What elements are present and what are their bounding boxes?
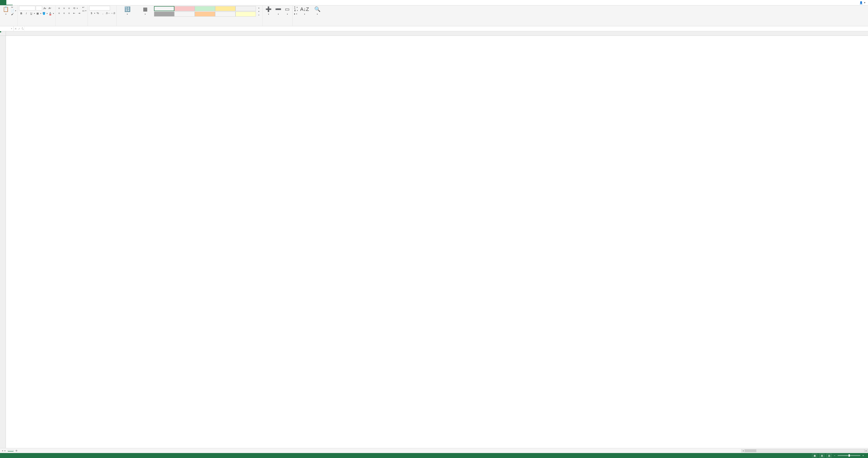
group-label-styles xyxy=(118,25,261,26)
enter-icon[interactable]: ✓ xyxy=(18,27,20,30)
increase-font-icon[interactable]: A▴ xyxy=(42,6,47,10)
group-styles: 🔢 ▾ ▦ ▾ ▴ ▾ ≡ xyxy=(117,5,263,26)
sheet-nav[interactable]: ◂▸ xyxy=(0,449,8,452)
style-input[interactable] xyxy=(195,11,215,17)
style-normal[interactable] xyxy=(154,6,174,11)
arrow-right-icon[interactable]: ▸ xyxy=(4,449,6,452)
tab-insert[interactable] xyxy=(13,0,19,5)
format-painter-button[interactable]: 🖌 xyxy=(11,13,16,16)
chevron-down-icon: ▾ xyxy=(11,28,12,30)
chevron-down-icon: ▾ xyxy=(85,10,86,12)
scroll-right-icon[interactable]: ▸ xyxy=(864,449,868,452)
align-bottom-icon[interactable]: ≡ xyxy=(67,6,71,10)
style-neutral[interactable] xyxy=(215,6,236,11)
font-name[interactable] xyxy=(19,6,35,10)
sign-in[interactable]: 👤 ▼ xyxy=(856,0,868,5)
styles-more-icon[interactable]: ≡ xyxy=(256,13,261,17)
fill-button[interactable]: ⬇ ▾ xyxy=(294,9,298,12)
fx-icon[interactable]: fx xyxy=(22,27,24,30)
align-center-icon[interactable]: ≡ xyxy=(62,11,66,16)
style-note[interactable] xyxy=(236,11,256,17)
orientation-icon[interactable]: ⟲ xyxy=(72,6,76,10)
scroll-thumb[interactable] xyxy=(745,449,756,452)
insert-icon: ➕ xyxy=(266,6,272,12)
paste-button[interactable]: 📋 ▾ xyxy=(1,6,10,16)
cut-button[interactable]: ✂ xyxy=(11,6,16,9)
tab-data[interactable] xyxy=(32,0,38,5)
align-middle-icon[interactable]: ≡ xyxy=(62,6,66,10)
tab-view[interactable] xyxy=(44,0,51,5)
paste-icon: 📋 xyxy=(3,6,9,12)
name-box[interactable]: ▾ xyxy=(0,26,13,31)
style-check-cell[interactable] xyxy=(154,11,174,17)
format-as-table-button[interactable]: ▦ ▾ xyxy=(137,6,153,16)
horizontal-scrollbar[interactable]: ◂ ▸ xyxy=(741,449,868,453)
cells-area[interactable] xyxy=(6,36,868,448)
insert-cells-button[interactable]: ➕▾ xyxy=(264,6,273,16)
formula-input[interactable] xyxy=(25,26,868,31)
style-good[interactable] xyxy=(195,6,215,11)
autosum-button[interactable]: ∑ ▾ xyxy=(294,6,298,9)
font-size[interactable] xyxy=(36,6,42,10)
align-left-icon[interactable]: ≡ xyxy=(57,11,61,16)
italic-button[interactable]: I xyxy=(24,11,29,16)
format-cells-button[interactable]: ▭▾ xyxy=(283,6,291,16)
styles-up-icon[interactable]: ▴ xyxy=(256,6,261,9)
group-cells: ➕▾ ➖▾ ▭▾ xyxy=(263,5,292,26)
style-explanatory[interactable] xyxy=(174,11,195,17)
decrease-indent-icon[interactable]: ⇤ xyxy=(72,11,76,16)
comma-icon[interactable]: , xyxy=(100,11,105,16)
sort-filter-button[interactable]: A↓Z▾ xyxy=(299,6,310,16)
group-label-clipboard xyxy=(1,25,16,26)
normal-view-icon[interactable]: ▦ xyxy=(812,454,817,457)
fill-color-button[interactable]: 🪣 xyxy=(42,11,46,16)
sheet-tab[interactable] xyxy=(8,450,13,452)
select-all-button[interactable] xyxy=(0,31,6,36)
page-break-view-icon[interactable]: ▥ xyxy=(827,454,832,457)
percent-icon[interactable]: % xyxy=(96,11,100,16)
page-layout-view-icon[interactable]: ▤ xyxy=(819,454,824,457)
conditional-formatting-button[interactable]: 🔢 ▾ xyxy=(118,6,136,16)
align-right-icon[interactable]: ≡ xyxy=(67,11,71,16)
chevron-down-icon: ▾ xyxy=(15,10,16,12)
bold-button[interactable]: B xyxy=(19,11,24,16)
new-sheet-button[interactable]: ⊕ xyxy=(13,449,19,452)
zoom-in-button[interactable]: + xyxy=(863,454,864,457)
number-format[interactable] xyxy=(89,6,110,10)
zoom-slider[interactable] xyxy=(838,455,860,456)
decrease-decimal-icon[interactable]: →.0 xyxy=(111,11,115,16)
currency-icon[interactable]: $ xyxy=(89,11,94,16)
style-calculation[interactable] xyxy=(236,6,256,11)
decrease-font-icon[interactable]: A▾ xyxy=(48,6,52,10)
tab-formulas[interactable] xyxy=(25,0,32,5)
scroll-left-icon[interactable]: ◂ xyxy=(741,449,745,452)
chevron-down-icon: ▾ xyxy=(34,12,35,15)
clear-button[interactable]: ♦ ▾ xyxy=(294,12,298,15)
group-alignment: ≡ ≡ ≡ ⟲▾ ≡ ≡ ≡ ⇤ ⇥ ↩ ▭ ▾ xyxy=(56,5,88,26)
merge-button[interactable]: ▭ ▾ xyxy=(82,9,86,12)
styles-down-icon[interactable]: ▾ xyxy=(256,9,261,13)
style-linked-cell[interactable] xyxy=(215,11,236,17)
chevron-down-icon: ▾ xyxy=(5,13,6,15)
font-color-button[interactable]: A xyxy=(48,11,53,16)
cancel-icon[interactable]: ✕ xyxy=(14,27,17,30)
style-bad[interactable] xyxy=(174,6,195,11)
tab-review[interactable] xyxy=(38,0,44,5)
copy-button[interactable]: 📄 ▾ xyxy=(11,9,16,12)
tab-home[interactable] xyxy=(6,0,13,5)
increase-decimal-icon[interactable]: .0→ xyxy=(105,11,110,16)
delete-cells-button[interactable]: ➖▾ xyxy=(274,6,283,16)
sheet-tab-bar: ◂▸ ⊕ ◂ ▸ xyxy=(0,448,868,453)
tab-file[interactable] xyxy=(0,0,6,5)
zoom-out-button[interactable]: − xyxy=(834,454,835,457)
underline-button[interactable]: U xyxy=(29,11,33,16)
scroll-track[interactable] xyxy=(745,449,864,452)
wrap-text-button[interactable]: ↩ xyxy=(82,6,86,9)
border-button[interactable]: ▦ xyxy=(35,11,40,16)
tab-page-layout[interactable] xyxy=(19,0,25,5)
align-top-icon[interactable]: ≡ xyxy=(57,6,61,10)
find-select-button[interactable]: 🔍▾ xyxy=(311,6,323,16)
arrow-left-icon[interactable]: ◂ xyxy=(2,449,3,452)
chevron-down-icon: ▾ xyxy=(46,12,48,15)
increase-indent-icon[interactable]: ⇥ xyxy=(77,11,81,16)
